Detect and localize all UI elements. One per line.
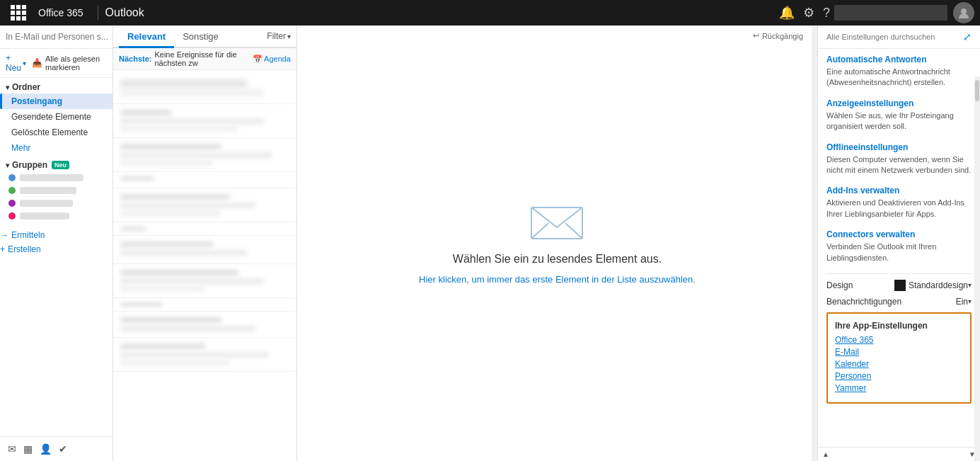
sidebar-item-deleted[interactable]: Gelöschte Elemente [0,125,113,140]
mark-all-read-button[interactable]: 📥 Alle als gelesen markieren [32,55,107,72]
settings-scroll-area: Automatische Antworten Eine automatische… [818,49,980,447]
agenda-label: Agenda [264,55,291,63]
message-item[interactable] [113,264,296,298]
tasks-footer-icon[interactable]: ✔ [57,441,69,457]
settings-auto-reply: Automatische Antworten Eine automatische… [826,55,972,89]
tab-relevant[interactable]: Relevant [119,25,174,48]
mail-footer-icon[interactable]: ✉ [6,441,18,457]
topbar: Office 365 Outlook 🔔 ⚙ ? [0,0,980,25]
settings-connectors: Connectors verwalten Verbinden Sie Outlo… [826,229,972,263]
reading-pane-scrollbar[interactable] [812,25,817,461]
msg-sender [120,176,154,181]
sidebar: 🔍 + Neu ▾ 📥 Alle als gelesen markieren ▾… [0,25,113,461]
msg-sender [120,110,171,115]
msg-subject [120,152,272,158]
msg-sender [120,227,146,231]
settings-scrollbar-controls: ▲ ▼ [818,447,980,461]
agenda-button[interactable]: 📅 Agenda [253,55,291,64]
group-item-4[interactable] [0,210,113,222]
folders-label: Ordner [12,82,40,92]
undo-bar: ↩ Rückgängig [753,31,803,40]
reading-first-item-link[interactable]: Hier klicken, um immer das erste Element… [419,274,696,285]
message-scroll-area[interactable] [113,70,296,461]
filter-chevron: ▾ [287,33,291,40]
design-value-container[interactable]: Standarddesign ▾ [894,280,972,291]
filter-button[interactable]: Filter ▾ [267,31,291,41]
new-button[interactable]: + Neu ▾ [6,53,26,73]
link-yammer[interactable]: Yammer [835,383,963,393]
msg-subject [120,203,255,208]
find-button[interactable]: → Ermitteln [0,228,113,242]
inbox-label: Posteingang [11,96,62,106]
tab-relevant-label: Relevant [127,31,166,42]
connectors-desc: Verbinden Sie Outlook mit Ihren Liebling… [826,241,972,263]
avatar[interactable] [953,2,974,23]
group-label-4 [20,212,69,220]
calendar-footer-icon[interactable]: ▦ [21,441,35,457]
waffle-menu[interactable] [6,0,31,25]
msg-preview [120,210,221,216]
design-color-box [894,280,906,291]
notifications-value-container[interactable]: Ein ▾ [956,297,972,307]
settings-expand-icon[interactable]: ⤢ [963,31,972,42]
people-footer-icon[interactable]: 👤 [38,441,54,457]
message-item[interactable] [113,222,296,236]
group-dot-1 [8,174,16,181]
tab-other[interactable]: Sonstige [174,25,227,48]
message-item[interactable] [113,73,296,104]
sidebar-more[interactable]: Mehr [0,140,113,156]
message-item[interactable] [113,104,296,138]
group-item-3[interactable] [0,197,113,210]
design-chevron: ▾ [968,281,972,289]
notification-icon[interactable]: 🔔 [779,5,795,21]
svg-line-2 [531,223,548,239]
message-item[interactable] [113,236,296,264]
scroll-up-arrow[interactable]: ▲ [822,450,829,458]
message-item[interactable] [113,338,296,372]
next-label: Nächste: [119,55,151,63]
settings-addins: Add-Ins verwalten Aktivieren und Deaktiv… [826,186,972,220]
message-item[interactable] [113,138,296,172]
undo-icon: ↩ [753,31,759,40]
sidebar-search-input[interactable] [6,32,112,42]
group-item-1[interactable] [0,171,113,184]
message-item[interactable] [113,298,296,312]
settings-display: Anzeigeeinstellungen Wählen Sie aus, wie… [826,98,972,132]
find-arrow-icon: → [0,230,8,240]
main-layout: 🔍 + Neu ▾ 📥 Alle als gelesen markieren ▾… [0,25,980,461]
link-people[interactable]: Personen [835,371,963,381]
display-title[interactable]: Anzeigeeinstellungen [826,98,972,108]
topbar-search-input[interactable] [834,5,947,21]
msg-preview [120,160,213,166]
group-item-2[interactable] [0,184,113,197]
link-office365[interactable]: Office 365 [835,335,963,345]
group-dot-3 [8,200,16,207]
folders-header[interactable]: ▾ Ordner [6,82,107,92]
link-calendar[interactable]: Kalender [835,359,963,369]
settings-search-input[interactable] [826,33,963,41]
create-button[interactable]: + Erstellen [0,242,113,256]
mark-all-read-label: Alle als gelesen markieren [45,55,107,72]
msg-subject [120,326,255,331]
help-icon[interactable]: ? [823,6,830,21]
link-email[interactable]: E-Mail [835,347,963,357]
auto-reply-title[interactable]: Automatische Antworten [826,55,972,64]
notifications-chevron: ▾ [968,297,972,305]
sidebar-item-sent[interactable]: Gesendete Elemente [0,109,113,125]
msg-sender [120,317,221,323]
filter-label: Filter [267,31,286,41]
message-item[interactable] [113,172,296,188]
offline-title[interactable]: Offlineeinstellungen [826,142,972,152]
reading-main-text: Wählen Sie ein zu lesendes Element aus. [453,253,662,266]
groups-header[interactable]: ▾ Gruppen Neu [0,156,113,171]
connectors-title[interactable]: Connectors verwalten [826,229,972,239]
addins-title[interactable]: Add-Ins verwalten [826,186,972,195]
sidebar-item-inbox[interactable]: Posteingang [0,93,113,109]
msg-sender [120,80,247,87]
settings-icon[interactable]: ⚙ [803,5,814,21]
find-label: Ermitteln [11,230,45,240]
message-item[interactable] [113,188,296,222]
message-item[interactable] [113,312,296,338]
sidebar-bottom-section: → Ermitteln + Erstellen [0,228,113,256]
msg-sender [120,144,221,149]
